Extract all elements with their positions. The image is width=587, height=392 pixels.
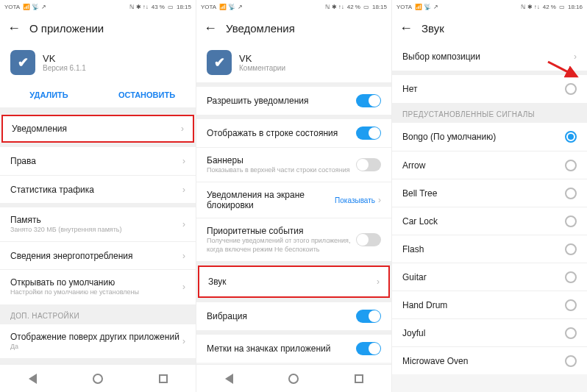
status-bar: YOTA📶 📡 ↗ ℕ ✱ ↑↓42 %▭18:16 (392, 0, 587, 13)
page-title: Уведомления (226, 22, 295, 35)
app-info-row: ✔ VK Версия 6.1.1 (0, 43, 196, 82)
nav-recent[interactable] (349, 369, 369, 388)
nav-back[interactable] (23, 369, 42, 388)
toggle-priority[interactable] (356, 233, 381, 246)
page-title: О приложении (29, 22, 104, 35)
chevron-right-icon: › (182, 219, 185, 229)
row-signal[interactable]: Flash (392, 235, 587, 263)
app-name: VK (43, 53, 86, 64)
pane-sound: YOTA📶 📡 ↗ ℕ ✱ ↑↓42 %▭18:16 ← Звук Выбор … (391, 0, 587, 392)
row-vibration[interactable]: Вибрация (196, 302, 391, 330)
nav-bar (0, 364, 196, 392)
lockscreen-action-label: Показывать (335, 196, 375, 204)
signal-label: Bell Tree (402, 188, 565, 199)
row-notifications-label: Уведомления (12, 124, 181, 134)
section-store: МАГАЗИН (0, 358, 196, 364)
row-signal[interactable]: Bell Tree (392, 179, 587, 207)
vk-app-icon: ✔ (10, 50, 35, 75)
row-signal[interactable]: Car Lock (392, 207, 587, 235)
signal-label: Flash (402, 244, 565, 254)
stop-button[interactable]: ОСТАНОВИТЬ (98, 82, 196, 107)
row-signal[interactable]: Joyful (392, 318, 587, 346)
row-signal[interactable]: Microwave Oven (392, 346, 587, 374)
nav-recent[interactable] (154, 369, 173, 388)
row-badges[interactable]: Метки на значках приложений (196, 335, 391, 363)
row-rights[interactable]: Права › (0, 147, 196, 175)
nav-home[interactable] (88, 369, 107, 388)
row-signal[interactable]: Hand Drum (392, 291, 587, 318)
pane-app-info: YOTA📶 📡 ↗ ℕ ✱ ↑↓43 %▭18:15 ← О приложени… (0, 0, 196, 392)
vk-app-icon: ✔ (207, 50, 232, 75)
row-notifications[interactable]: Уведомления › (1, 115, 194, 143)
chevron-right-icon: › (378, 195, 381, 205)
radio-signal[interactable] (565, 243, 577, 255)
row-choose-composition[interactable]: Выбор композиции › (392, 43, 587, 71)
signal-label: Car Lock (402, 216, 565, 227)
radio-signal[interactable] (565, 215, 577, 227)
signal-label: Joyful (402, 328, 565, 338)
chevron-right-icon: › (182, 156, 185, 166)
row-sound[interactable]: Звук › (198, 266, 390, 298)
signal-label: Arrow (402, 160, 565, 171)
status-bar: YOTA📶 📡 ↗ ℕ ✱ ↑↓42 %▭18:15 (196, 0, 391, 13)
pane-notifications: YOTA📶 📡 ↗ ℕ ✱ ↑↓42 %▭18:15 ← Уведомления… (196, 0, 391, 392)
row-none[interactable]: Нет (392, 75, 587, 103)
app-version: Версия 6.1.1 (43, 64, 86, 72)
chevron-right-icon: › (182, 185, 185, 195)
signal-label: Microwave Oven (402, 356, 565, 366)
chevron-right-icon: › (182, 251, 185, 261)
back-icon[interactable]: ← (7, 21, 21, 36)
toggle-statusbar[interactable] (356, 126, 381, 140)
row-signal[interactable]: Arrow (392, 151, 587, 179)
back-icon[interactable]: ← (204, 21, 217, 36)
status-bar: YOTA📶 📡 ↗ ℕ ✱ ↑↓43 %▭18:15 (0, 0, 196, 13)
row-banners[interactable]: БаннерыПоказывать в верхней части строки… (196, 147, 391, 182)
chevron-right-icon: › (574, 51, 577, 62)
row-signal[interactable]: Bongo (По умолчанию) (392, 123, 587, 151)
chevron-right-icon: › (182, 336, 185, 346)
toggle-vibration[interactable] (356, 310, 381, 323)
section-preset: ПРЕДУСТАНОВЛЕННЫЕ СИГНАЛЫ (392, 103, 587, 123)
radio-signal[interactable] (565, 299, 577, 311)
radio-signal[interactable] (565, 355, 577, 367)
radio-none[interactable] (565, 83, 577, 95)
radio-signal[interactable] (565, 271, 577, 283)
toggle-badges[interactable] (356, 342, 381, 355)
nav-bar (196, 364, 391, 392)
signal-label: Hand Drum (402, 300, 565, 310)
chevron-right-icon: › (377, 277, 380, 287)
back-icon[interactable]: ← (399, 21, 413, 36)
delete-button[interactable]: УДАЛИТЬ (0, 82, 98, 107)
nav-back[interactable] (219, 369, 238, 388)
row-priority[interactable]: Приоритетные событияПолучение уведомлени… (196, 218, 391, 261)
toggle-banners[interactable] (356, 158, 381, 171)
row-allow-notifications[interactable]: Разрешить уведомления (196, 87, 391, 115)
row-statusbar[interactable]: Отображать в строке состояния (196, 119, 391, 147)
page-title: Звук (421, 22, 444, 35)
section-adv-settings: ДОП. НАСТРОЙКИ (0, 304, 196, 324)
signal-label: Guitar (402, 272, 565, 282)
row-memory[interactable]: ПамятьЗанято 320 МБ (внутренняя память) … (0, 207, 196, 241)
app-info-row: ✔ VK Комментарии (196, 43, 391, 82)
radio-signal[interactable] (565, 131, 577, 143)
row-open-default[interactable]: Открывать по умолчаниюНастройки по умолч… (0, 269, 196, 304)
row-overlay[interactable]: Отображение поверх других приложенийДа › (0, 324, 196, 358)
nav-home[interactable] (284, 369, 303, 388)
row-traffic[interactable]: Статистика трафика › (0, 175, 196, 203)
row-lockscreen[interactable]: Уведомления на экране блокировки Показыв… (196, 182, 391, 218)
row-power[interactable]: Сведения энергопотребления › (0, 241, 196, 269)
radio-signal[interactable] (565, 188, 577, 199)
app-sub: Комментарии (239, 64, 285, 72)
toggle-allow[interactable] (356, 94, 381, 107)
radio-signal[interactable] (565, 327, 577, 339)
chevron-right-icon: › (182, 282, 185, 292)
chevron-right-icon: › (181, 124, 184, 134)
radio-signal[interactable] (565, 160, 577, 171)
app-name: VK (239, 53, 285, 64)
signal-label: Bongo (По умолчанию) (402, 132, 565, 142)
row-signal[interactable]: Guitar (392, 263, 587, 291)
